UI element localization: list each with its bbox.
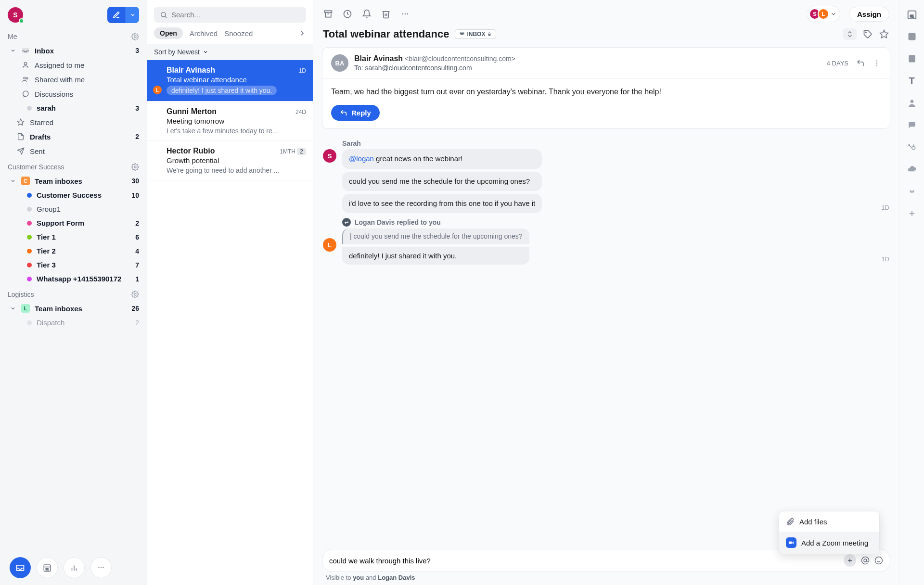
conversation-item[interactable]: Gunni Merton24D Meeting tomorrow Let's t…: [147, 102, 313, 141]
sidebar-count: 4: [135, 247, 139, 255]
bottom-inbox-button[interactable]: [10, 557, 31, 578]
more-icon[interactable]: [873, 59, 881, 67]
sidebar-item-inbox[interactable]: Inbox 3: [0, 43, 147, 58]
chat-icon: [21, 89, 30, 98]
svg-point-2: [24, 77, 26, 79]
sidebar-item[interactable]: Support Form 2: [0, 216, 147, 230]
sidebar-item-team-cs[interactable]: C Team inboxes 30: [0, 174, 147, 188]
bottom-calendar-button[interactable]: 31: [37, 557, 58, 578]
user-avatar-letter: S: [13, 11, 17, 19]
attach-popup: Add files Add a Zoom meeting: [779, 511, 880, 554]
plus-button[interactable]: [844, 554, 856, 567]
sender-name: Blair Avinash: [354, 54, 403, 63]
tab-archived[interactable]: Archived: [190, 29, 218, 38]
sidebar-label: Tier 3: [37, 261, 130, 269]
search-input-wrap[interactable]: [154, 7, 306, 23]
tag-icon[interactable]: [862, 29, 873, 39]
rail-text-icon[interactable]: T: [906, 75, 918, 87]
archive-icon[interactable]: [323, 9, 334, 19]
subject: Meeting tomorrow: [167, 117, 306, 125]
paperclip-icon: [786, 517, 795, 526]
compose-button[interactable]: [107, 7, 126, 23]
trash-icon[interactable]: [381, 9, 391, 19]
gear-icon[interactable]: [131, 163, 139, 171]
rail-calendar-icon[interactable]: 31: [906, 9, 918, 20]
svg-text:31: 31: [46, 568, 49, 571]
right-rail: 31 T: [899, 0, 924, 585]
assign-button[interactable]: Assign: [849, 7, 889, 22]
sidebar-item[interactable]: Tier 1 6: [0, 230, 147, 244]
svg-text:31: 31: [910, 14, 913, 18]
add-zoom-item[interactable]: Add a Zoom meeting: [779, 532, 879, 554]
bottom-analytics-button[interactable]: [64, 557, 85, 578]
send-icon: [16, 147, 25, 155]
sidebar-item[interactable]: Tier 3 7: [0, 258, 147, 272]
sidebar-label: Team inboxes: [35, 305, 127, 313]
count-badge: 2: [297, 148, 306, 155]
reply-icon[interactable]: [856, 59, 865, 67]
tab-snoozed[interactable]: Snoozed: [224, 29, 253, 38]
star-icon[interactable]: [879, 29, 889, 39]
reader-pane: S L Assign Total webinar attendance INBO…: [313, 0, 899, 585]
assignee-dropdown[interactable]: S L: [807, 6, 840, 22]
time: 24D: [295, 109, 306, 115]
gear-icon[interactable]: [131, 291, 139, 298]
reply-button[interactable]: Reply: [331, 105, 380, 121]
sidebar-item-sent[interactable]: Sent: [0, 144, 147, 158]
lock-icon: [487, 32, 492, 37]
chevron-down-icon: [10, 305, 16, 312]
dot-icon: [27, 193, 32, 198]
sidebar-count: 2: [135, 133, 139, 140]
rail-cloud-icon[interactable]: [906, 164, 918, 175]
sidebar-item[interactable]: Group1: [0, 202, 147, 216]
section-label: Customer Success: [8, 163, 64, 171]
rail-add-icon[interactable]: [906, 208, 918, 219]
mention[interactable]: @logan: [349, 154, 374, 163]
expand-collapse-button[interactable]: [843, 28, 857, 40]
conversation-item[interactable]: L Blair Avinash1D Total webinar attendan…: [147, 60, 313, 102]
sidebar-item-starred[interactable]: Starred: [0, 115, 147, 129]
sidebar-count: 10: [131, 191, 139, 199]
conversation-list: Open Archived Snoozed Sort by Newest L B…: [147, 0, 313, 585]
conversation-item[interactable]: Hector Rubio1MTH 2 Growth potential We'r…: [147, 141, 313, 180]
search-input[interactable]: [171, 11, 300, 19]
gear-icon[interactable]: [131, 33, 139, 40]
sidebar-item[interactable]: Whatsapp +14155390172 1: [0, 272, 147, 286]
svg-point-7: [134, 166, 136, 168]
svg-point-3: [26, 77, 28, 79]
svg-point-24: [405, 13, 406, 15]
sidebar-item-assigned[interactable]: Assigned to me: [0, 58, 147, 72]
chevron-right-icon[interactable]: [298, 29, 306, 37]
bottom-more-button[interactable]: [90, 557, 112, 578]
compose-dropdown[interactable]: [126, 7, 139, 23]
rail-hubspot-icon[interactable]: [906, 141, 918, 153]
rail-app-icon[interactable]: [906, 31, 918, 42]
snooze-icon[interactable]: [342, 9, 353, 19]
composer-input[interactable]: [329, 557, 839, 565]
rail-person-icon[interactable]: [906, 97, 918, 109]
sidebar-item-shared[interactable]: Shared with me: [0, 72, 147, 87]
sidebar-item-drafts[interactable]: Drafts 2: [0, 129, 147, 144]
sort-toggle[interactable]: Sort by Newest: [147, 44, 313, 60]
emoji-icon[interactable]: [874, 556, 883, 565]
sidebar-item[interactable]: Customer Success 10: [0, 188, 147, 202]
inbox-tag[interactable]: INBOX: [455, 29, 496, 39]
sidebar-item-team-logistics[interactable]: L Team inboxes 26: [0, 301, 147, 316]
svg-point-15: [98, 567, 99, 568]
sidebar-item-sarah[interactable]: sarah 3: [0, 101, 147, 115]
sidebar-item[interactable]: Tier 2 4: [0, 244, 147, 258]
sidebar-item-discussions[interactable]: Discussions: [0, 87, 147, 101]
bell-icon[interactable]: [361, 9, 372, 19]
sidebar-label: Group1: [37, 205, 134, 213]
rail-chat-icon[interactable]: [906, 119, 918, 131]
sidebar-item-dispatch[interactable]: Dispatch 2: [0, 316, 147, 330]
more-icon[interactable]: [400, 9, 411, 19]
rail-diamond-icon[interactable]: [906, 186, 918, 197]
recipient: To: sarah@cloudcontentconsulting.com: [354, 64, 821, 72]
rail-contact-icon[interactable]: [906, 53, 918, 64]
zoom-icon: [786, 537, 796, 548]
at-icon[interactable]: [861, 556, 870, 565]
tab-open[interactable]: Open: [154, 27, 183, 39]
add-files-item[interactable]: Add files: [779, 511, 879, 532]
user-avatar[interactable]: S: [8, 7, 23, 23]
